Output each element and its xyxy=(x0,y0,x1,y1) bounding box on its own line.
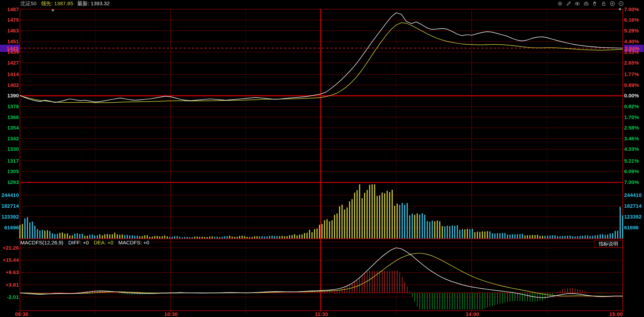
volume-axis-label-left: 182714 xyxy=(1,203,19,209)
price-axis-label: 1463 xyxy=(1,28,19,34)
marker-diamond-left[interactable]: ◆ xyxy=(51,8,54,12)
unlock-icon[interactable] xyxy=(601,1,606,6)
price-axis-label: 1427 xyxy=(1,60,19,66)
eye-icon[interactable] xyxy=(574,1,580,6)
lead-price: 领先: 1387.85 xyxy=(41,0,73,7)
pct-axis-label: 6.09% xyxy=(624,169,639,174)
price-axis-label: 1293 xyxy=(1,179,19,185)
price-axis-label: 1378 xyxy=(1,104,19,109)
price-axis-label: 1366 xyxy=(1,115,19,120)
price-axis-label: 1354 xyxy=(1,125,19,131)
price-axis-label: 1317 xyxy=(1,158,19,164)
price-axis-label: 1439 xyxy=(1,49,19,55)
volume-axis-label-left: 61696 xyxy=(1,225,19,230)
last-price: 最新: 1393.32 xyxy=(77,0,110,7)
pct-axis-label: 5.28% xyxy=(624,28,639,34)
pct-axis-label: 6.16% xyxy=(624,17,639,23)
price-axis-label: 1414 xyxy=(1,72,19,77)
time-axis-label: 11:30 xyxy=(313,311,330,317)
pct-axis-label: 4.33% xyxy=(624,146,639,152)
zoom-in-icon[interactable] xyxy=(609,1,615,6)
pct-axis-label: 3.53% xyxy=(624,49,639,55)
pct-axis-label: 0.00% xyxy=(624,93,639,98)
price-axis-label: 1342 xyxy=(1,136,19,141)
pct-axis-label: 0.89% xyxy=(624,82,639,88)
price-axis-label: 1390 xyxy=(1,93,19,98)
pct-axis-label: 5.21% xyxy=(624,158,639,164)
volume-axis-label-right: 123392 xyxy=(624,214,642,220)
chart-canvas[interactable] xyxy=(0,0,644,317)
toolbox-icon[interactable] xyxy=(583,1,589,6)
macd-header: MACDFS(12,26,9) DIFF: +0 DEA: +0 MACDFS:… xyxy=(20,239,152,245)
pct-axis-label: 2.58% xyxy=(624,125,639,131)
chart-toolbar xyxy=(557,1,624,6)
indicator-help-button[interactable]: 指标说明 xyxy=(594,240,623,248)
volume-axis-label-left: 244410 xyxy=(1,192,19,198)
macd-axis-label: -2.01 xyxy=(1,294,19,300)
price-axis-label: 1451 xyxy=(1,39,19,44)
macd-axis-label: +9.63 xyxy=(1,270,19,275)
settings-icon[interactable] xyxy=(557,1,563,6)
volume-axis-label-left: 123392 xyxy=(1,214,19,220)
pct-axis-label: 3.46% xyxy=(624,136,639,141)
pct-axis-label: 4.40% xyxy=(624,39,639,44)
macd-diff-value: DIFF: +0 xyxy=(68,239,89,245)
time-axis-label: 09:30 xyxy=(15,311,32,317)
symbol-name: 北证50 xyxy=(20,0,37,7)
time-axis-label: 10:30 xyxy=(163,311,180,317)
volume-axis-label-right: 244410 xyxy=(624,192,642,198)
pct-axis-label: 2.65% xyxy=(624,60,639,66)
pct-axis-label: 1.70% xyxy=(624,115,639,120)
price-axis-label: 1305 xyxy=(1,169,19,174)
pen-icon[interactable] xyxy=(566,1,571,6)
price-axis-label: 1475 xyxy=(1,17,19,23)
intraday-chart-window: 北证50 领先: 1387.85 最新: 1393.32 ◆ ◆ 1443 3.… xyxy=(0,0,644,317)
pct-axis-label: 1.77% xyxy=(624,72,639,77)
macd-dea-value: DEA: +0 xyxy=(94,239,113,245)
volume-axis-label-right: 182714 xyxy=(624,203,642,209)
marker-diamond-right[interactable]: ◆ xyxy=(618,7,621,11)
chart-title-row: 北证50 领先: 1387.85 最新: 1393.32 xyxy=(20,0,110,7)
macd-macd-value: MACDFS: +0 xyxy=(118,239,149,245)
macd-axis-label: +15.44 xyxy=(1,257,19,263)
volume-axis-label-right: 61696 xyxy=(624,225,639,230)
hand-icon[interactable] xyxy=(592,1,598,6)
price-axis-label: 1402 xyxy=(1,82,19,88)
macd-axis-label: +3.81 xyxy=(1,282,19,288)
pct-axis-label: 0.82% xyxy=(624,104,639,109)
price-axis-label: 1330 xyxy=(1,146,19,152)
time-axis-label: 15:00 xyxy=(606,311,623,317)
pct-axis-label: 7.00% xyxy=(624,7,639,12)
time-axis-label: 14:00 xyxy=(464,311,481,317)
pct-axis-label: 7.00% xyxy=(624,179,639,185)
price-axis-label: 1487 xyxy=(1,7,19,12)
zoom-out-icon[interactable] xyxy=(618,1,624,6)
macd-axis-label: +21.26 xyxy=(1,245,19,251)
macd-formula: MACDFS(12,26,9) xyxy=(20,239,63,245)
